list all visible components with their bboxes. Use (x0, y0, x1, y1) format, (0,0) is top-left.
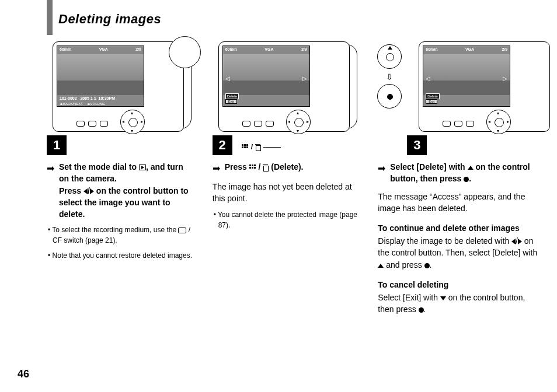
small-buttons (76, 121, 108, 127)
right-triangle-icon (518, 239, 522, 244)
page-title: Deleting images (58, 12, 539, 27)
trash-icon (255, 144, 261, 150)
step-1-bullet-1: • To select the recording medium, use th… (47, 225, 195, 246)
arrow-right-icon: ➡ (378, 162, 385, 185)
camera-body: 60min VGA 2/9 101-0002 2005 1 1 10:30PM … (53, 41, 184, 132)
step-1-instruction: ➡ Set the mode dial to , and turn on the… (47, 161, 195, 220)
arrow-right-icon: ➡ (47, 162, 54, 220)
lcd-exit-option: Exit (225, 99, 237, 104)
lcd-back-next-hint: ◂▸BACK/NEXT (241, 106, 264, 107)
small-buttons (242, 121, 274, 127)
camera-body: 60min VGA 2/9 ◁▷ Delete Exit ◂▸BACK/NEXT… (218, 41, 350, 132)
image-counter: 2/9 (135, 47, 141, 51)
dpad-up-select (377, 44, 402, 69)
right-arrow-icon: ▷ (302, 75, 307, 82)
lcd-nav-arrows: ◁▷ (225, 75, 307, 82)
down-triangle-icon (440, 296, 446, 300)
lcd-exit-option: Exit (426, 99, 437, 104)
step-2-column: 60min VGA 2/9 ◁▷ Delete Exit ◂▸BACK/NEXT… (213, 41, 361, 316)
image-counter: 2/9 (502, 47, 508, 51)
step-3-badge: 3 (407, 135, 427, 155)
lcd-screen: 60min VGA 2/9 ◁▷ Delete Exit ◂▸BACK/NEXT (423, 46, 510, 107)
step-1-column: 60min VGA 2/9 101-0002 2005 1 1 10:30PM … (47, 41, 195, 316)
arrow-up-icon: ▴ (131, 110, 133, 116)
lcd-status-bar: 60min VGA 2/9 (60, 47, 141, 51)
resolution-label: VGA (264, 47, 273, 51)
lcd-screen: 60min VGA 2/9 101-0002 2005 1 1 10:30PM … (57, 46, 144, 107)
memorystick-icon (178, 228, 186, 233)
down-arrow-icon: ⇩ (372, 72, 407, 82)
cancel-delete-heading: To cancel deleting (378, 280, 539, 289)
arrow-right-icon: ▸ (507, 119, 509, 124)
arrow-up-icon: ▴ (497, 110, 499, 116)
lcd-delete-option: Delete (426, 93, 439, 99)
page-number: 46 (18, 368, 29, 380)
center-dot-icon (464, 177, 469, 182)
left-triangle-icon (511, 239, 516, 244)
arrow-left-icon: ◂ (288, 119, 290, 124)
center-dot-icon (424, 263, 430, 268)
lcd-back-next-hint: ◂▸BACK/NEXT (441, 106, 464, 107)
battery-indicator: 60min (426, 47, 437, 51)
control-button: ▴ ▾ ◂ ▸ (120, 110, 145, 134)
step-columns: 60min VGA 2/9 101-0002 2005 1 1 10:30PM … (47, 41, 539, 316)
camera-figure-3: 60min VGA 2/9 ◁▷ Delete Exit ◂▸BACK/NEXT… (419, 41, 535, 135)
center-dot-icon (387, 94, 393, 100)
right-triangle-icon (90, 188, 94, 194)
dpad-diagram: ⇩ (372, 44, 407, 112)
step-2-badge: 2 (213, 135, 232, 155)
lcd-nav-arrows: ◁▷ (426, 75, 507, 82)
control-button: ▴ ▾ ◂ ▸ (286, 110, 311, 134)
step-2-bullet-1: • You cannot delete the protected image … (213, 209, 361, 230)
camera-figure-1: 60min VGA 2/9 101-0002 2005 1 1 10:30PM … (53, 41, 187, 135)
step-1-badge: 1 (47, 135, 67, 155)
up-triangle-icon (378, 264, 384, 268)
header-accent-bar (47, 0, 53, 35)
step-2-instruction: ➡ Press / (Delete). (213, 161, 361, 175)
arrow-right-icon: ▸ (307, 119, 309, 124)
arrow-down-icon: ▾ (131, 128, 133, 134)
battery-indicator: 60min (60, 47, 71, 51)
battery-indicator: 60min (225, 47, 237, 51)
up-triangle-icon (388, 46, 392, 50)
thumbnail-icon (242, 144, 249, 150)
image-counter: 2/9 (301, 47, 307, 51)
left-arrow-icon: ◁ (426, 75, 430, 82)
resolution-label: VGA (99, 47, 108, 51)
arrow-right-icon: ▸ (141, 119, 143, 124)
camera-figure-2: 60min VGA 2/9 ◁▷ Delete Exit ◂▸BACK/NEXT… (218, 41, 353, 135)
cancel-delete-text: Select [Exit] with on the control button… (378, 292, 539, 316)
arrow-down-icon: ▾ (297, 128, 299, 134)
dpad-center-press (377, 84, 402, 108)
step-3-instruction: ➡ Select [Delete] with on the control bu… (378, 161, 539, 185)
step-1-bullet-2: • Note that you cannot restore deleted i… (47, 250, 195, 261)
lcd-status-bar: 60min VGA 2/9 (426, 47, 507, 51)
thumbnail-icon (249, 164, 256, 170)
delete-button-callout: / (242, 143, 281, 151)
lcd-photo-land (57, 80, 144, 95)
step-2-body: The image has not yet been deleted at th… (213, 181, 361, 205)
lcd-nav-hints: ◂▸BACK/NEXT ◂▸VOLUME (60, 102, 105, 106)
right-arrow-icon: ▷ (503, 75, 507, 82)
arrow-left-icon: ◂ (122, 119, 124, 124)
leader-line (263, 147, 281, 148)
mode-dial (169, 36, 201, 68)
step-3-body: The message “Access” appears, and the im… (378, 191, 539, 215)
arrow-down-icon: ▾ (497, 128, 499, 134)
step-3-column: ⇩ 60min VGA 2/9 ◁▷ Delete Exit (378, 41, 539, 316)
step-1-text: Set the mode dial to , and turn on the c… (59, 161, 195, 220)
continue-delete-heading: To continue and delete other images (378, 223, 539, 233)
lcd-photo-sky (57, 54, 144, 80)
lcd-file-info: 101-0002 2005 1 1 10:30PM (60, 96, 115, 100)
arrow-up-icon: ▴ (297, 110, 299, 116)
continue-delete-text: Display the image to be deleted with / o… (378, 235, 539, 271)
left-triangle-icon (83, 188, 88, 194)
playback-mode-icon (139, 164, 146, 170)
step-3-text: Select [Delete] with on the control butt… (390, 161, 539, 185)
lcd-status-bar: 60min VGA 2/9 (225, 47, 307, 51)
arrow-right-icon: ➡ (213, 162, 220, 175)
resolution-label: VGA (465, 47, 474, 51)
camera-body: 60min VGA 2/9 ◁▷ Delete Exit ◂▸BACK/NEXT… (419, 41, 550, 132)
small-buttons (443, 121, 474, 127)
control-button: ▴ ▾ ◂ ▸ (486, 110, 511, 134)
